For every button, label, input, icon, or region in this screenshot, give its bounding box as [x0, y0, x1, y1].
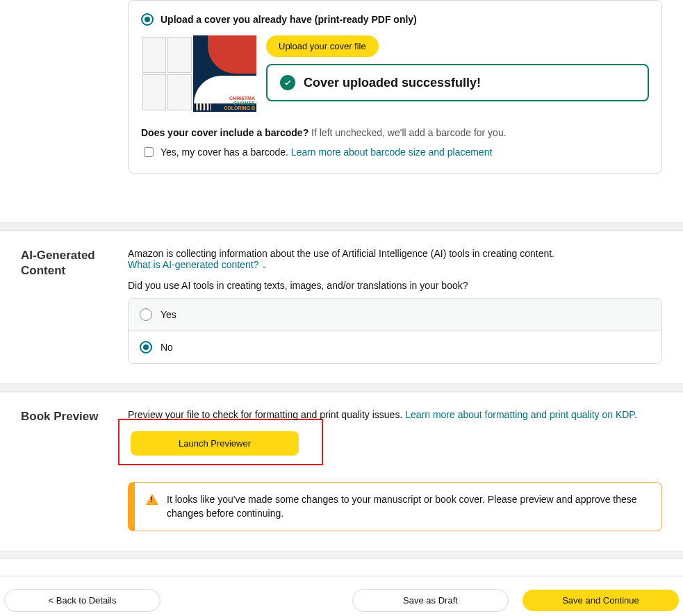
ai-option-yes[interactable]: Yes [129, 299, 661, 331]
ai-learn-more-link[interactable]: What is AI-generated content? [128, 259, 258, 270]
barcode-question: Does your cover include a barcode? If le… [141, 127, 649, 138]
preview-warning-text: It looks like you've made some changes t… [167, 492, 650, 521]
barcode-learn-more-link[interactable]: Learn more about barcode size and placem… [291, 147, 493, 158]
upload-cover-button[interactable]: Upload your cover file [266, 35, 379, 57]
launch-previewer-button[interactable]: Launch Previewer [131, 431, 299, 456]
checkmark-icon [280, 75, 295, 90]
chevron-down-icon: ⌄ [261, 262, 267, 269]
ai-option-yes-label: Yes [161, 309, 176, 320]
preview-warning-banner: It looks like you've made some changes t… [128, 482, 662, 531]
radio-unselected-icon [140, 308, 152, 321]
cover-option-label: Upload a cover you already have (print-r… [161, 14, 417, 25]
save-and-continue-button[interactable]: Save and Continue [522, 590, 679, 611]
upload-success-text: Cover uploaded successfully! [304, 76, 481, 90]
cover-option-upload[interactable]: Upload a cover you already have (print-r… [141, 13, 649, 26]
radio-selected-icon [141, 13, 154, 26]
footer-actions: < Back to Details Save as Draft Save and… [0, 576, 683, 615]
preview-section-title: Book Preview [21, 409, 111, 531]
preview-intro-text: Preview your file to check for formattin… [128, 409, 405, 420]
ai-radio-group: Yes No [128, 298, 662, 364]
book-preview-section: Book Preview Preview your file to check … [0, 392, 683, 551]
barcode-checkbox[interactable] [144, 147, 154, 157]
upload-success-banner: Cover uploaded successfully! [266, 64, 649, 101]
barcode-checkbox-label: Yes, my cover has a barcode. [161, 147, 291, 158]
ai-section-title: AI-Generated Content [21, 248, 111, 364]
ai-option-no-label: No [161, 342, 173, 353]
warning-icon [146, 494, 158, 505]
ai-option-no[interactable]: No [129, 331, 661, 363]
launch-previewer-highlight: Launch Previewer [118, 419, 323, 465]
back-to-details-button[interactable]: < Back to Details [4, 589, 161, 612]
save-as-draft-button[interactable]: Save as Draft [352, 589, 509, 612]
ai-question-text: Did you use AI tools in creating texts, … [128, 280, 662, 291]
radio-selected-icon [140, 341, 152, 353]
ai-intro-text: Amazon is collecting information about t… [128, 248, 662, 259]
cover-thumbnail: CHRISTMA GNOMES COLORING B [141, 35, 256, 112]
cover-upload-card: Upload a cover you already have (print-r… [128, 0, 662, 174]
preview-learn-more-link[interactable]: Learn more about formatting and print qu… [405, 409, 634, 420]
ai-content-section: AI-Generated Content Amazon is collectin… [0, 231, 683, 383]
